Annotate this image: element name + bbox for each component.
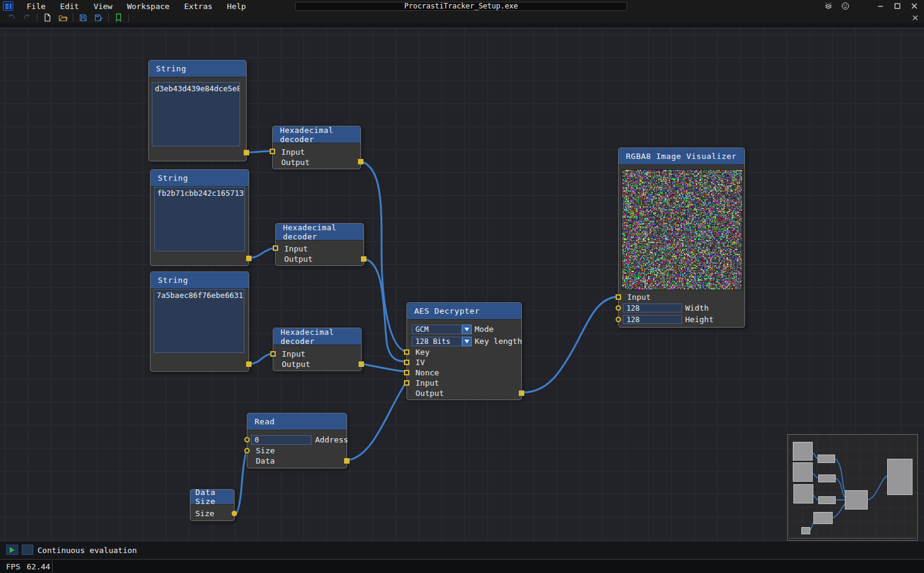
node-title[interactable]: Hexadecimal decoder xyxy=(273,328,361,345)
node-title[interactable]: String xyxy=(151,272,249,289)
save-icon[interactable] xyxy=(75,12,91,23)
menu-view[interactable]: View xyxy=(86,2,120,11)
height-label: Height xyxy=(685,315,714,324)
minimap-node xyxy=(793,442,813,461)
feedback-smiley-icon[interactable] xyxy=(837,0,854,12)
address-field[interactable]: 0 xyxy=(251,435,311,445)
menu-workspace[interactable]: Workspace xyxy=(120,2,177,11)
menubar: File Edit View Workspace Extras Help xyxy=(19,0,253,12)
port-label-output: Output xyxy=(284,254,313,264)
continuous-evaluation-checkbox[interactable] xyxy=(22,545,33,555)
node-title[interactable]: Hexadecimal decoder xyxy=(276,224,363,241)
data-output-port[interactable] xyxy=(344,458,350,464)
mode-dropdown-icon[interactable] xyxy=(462,325,472,334)
panel-close-icon[interactable] xyxy=(908,12,922,23)
node-title[interactable]: String xyxy=(151,170,249,187)
open-folder-icon[interactable] xyxy=(55,12,71,23)
key-input-port[interactable] xyxy=(404,349,409,355)
node-aes-decrypter[interactable]: AES Decrypter GCM Mode 128 Bits Key leng… xyxy=(406,302,522,400)
size-output-port[interactable] xyxy=(232,511,237,516)
document-title-field[interactable]: ProcrastiTracker_Setup.exe xyxy=(295,2,627,11)
key-length-select-value[interactable]: 128 Bits xyxy=(412,337,462,346)
mode-select-value[interactable]: GCM xyxy=(412,325,462,334)
input-port[interactable] xyxy=(270,351,276,357)
node-read[interactable]: Read 0 Address Size Data xyxy=(247,413,347,468)
width-field[interactable]: 128 xyxy=(623,303,682,312)
node-graph-canvas[interactable] xyxy=(0,28,924,542)
node-string-2[interactable]: String fb2b71cbb242c165713ba xyxy=(150,169,249,266)
node-string-1[interactable]: String d3eb43d439e84dce5e85a xyxy=(148,60,247,161)
key-length-dropdown-icon[interactable] xyxy=(462,337,472,346)
input-port[interactable] xyxy=(270,149,275,154)
statusbar-separator xyxy=(52,560,53,573)
node-hexdecoder-1[interactable]: Hexadecimal decoder Input Output xyxy=(272,126,361,169)
input-port[interactable] xyxy=(273,245,278,251)
redo-icon[interactable] xyxy=(19,12,35,23)
toolbar-separator xyxy=(37,13,37,22)
node-string-3[interactable]: String 7a5baec86f76ebe66315b xyxy=(150,271,249,372)
node-rgba8-visualizer[interactable]: RGBA8 Image Visualizer Input 128 Width 1… xyxy=(618,147,745,328)
nonce-input-port[interactable] xyxy=(404,370,409,375)
output-port[interactable] xyxy=(361,256,366,262)
string-value-field[interactable]: fb2b71cbb242c165713ba xyxy=(154,187,245,251)
undo-icon[interactable] xyxy=(4,12,19,23)
menu-file[interactable]: File xyxy=(19,2,53,11)
height-input-port[interactable] xyxy=(616,317,621,322)
port-label-size: Size xyxy=(195,509,214,518)
address-input-port[interactable] xyxy=(244,437,250,442)
iv-input-port[interactable] xyxy=(404,360,409,365)
bug-report-icon[interactable] xyxy=(820,0,837,12)
minimap-node xyxy=(793,484,813,503)
node-hexdecoder-3[interactable]: Hexadecimal decoder Input Output xyxy=(273,328,362,371)
string-value-field[interactable]: d3eb43d439e84dce5e85a xyxy=(152,82,240,146)
node-title[interactable]: Hexadecimal decoder xyxy=(273,126,360,143)
close-button[interactable] xyxy=(906,0,923,12)
app-logo-icon xyxy=(3,1,13,11)
port-label-input: Input xyxy=(415,378,439,387)
output-port[interactable] xyxy=(519,390,524,396)
node-title[interactable]: AES Decrypter xyxy=(407,303,521,320)
port-label-nonce: Nonce xyxy=(415,368,439,377)
bookmark-icon[interactable] xyxy=(111,12,126,23)
minimap-node xyxy=(801,527,810,534)
data-input-port[interactable] xyxy=(404,380,409,386)
node-hexdecoder-2[interactable]: Hexadecimal decoder Input Output xyxy=(275,223,364,266)
port-label-iv: IV xyxy=(415,358,425,367)
minimap-node xyxy=(793,462,813,482)
menu-help[interactable]: Help xyxy=(220,2,253,11)
new-file-icon[interactable] xyxy=(39,12,55,23)
node-title[interactable]: Data Size xyxy=(190,490,234,505)
string-value-field[interactable]: 7a5baec86f76ebe66315b xyxy=(154,289,244,353)
port-label-input: Input xyxy=(281,147,305,157)
node-data-size[interactable]: Data Size Size xyxy=(190,489,235,521)
port-label-input: Input xyxy=(284,244,308,253)
output-port[interactable] xyxy=(246,256,252,261)
toolbar xyxy=(0,12,924,23)
toolbar-separator xyxy=(73,13,73,22)
minimap-node xyxy=(818,455,835,463)
minimap[interactable] xyxy=(787,434,918,541)
key-length-label: Key length xyxy=(475,337,522,346)
node-title[interactable]: Read xyxy=(247,413,346,430)
port-label-input: Input xyxy=(627,293,651,302)
width-input-port[interactable] xyxy=(616,305,621,311)
minimize-button[interactable] xyxy=(872,0,889,12)
height-field[interactable]: 128 xyxy=(623,315,682,324)
fps-value: 62.44 xyxy=(27,562,50,571)
output-port[interactable] xyxy=(244,150,249,155)
image-input-port[interactable] xyxy=(616,294,621,300)
statusbar: FPS 62.44 xyxy=(0,559,924,573)
node-title[interactable]: String xyxy=(149,60,246,77)
run-evaluation-button[interactable] xyxy=(6,545,18,555)
output-port[interactable] xyxy=(358,159,363,164)
play-icon xyxy=(10,547,15,553)
node-title[interactable]: RGBA8 Image Visualizer xyxy=(619,148,744,165)
output-port[interactable] xyxy=(246,361,252,367)
address-label: Address xyxy=(315,435,348,444)
menu-extras[interactable]: Extras xyxy=(177,2,220,11)
menu-edit[interactable]: Edit xyxy=(53,2,86,11)
size-input-port[interactable] xyxy=(244,448,250,453)
maximize-button[interactable] xyxy=(889,0,906,12)
output-port[interactable] xyxy=(359,361,364,367)
save-as-icon[interactable] xyxy=(91,12,106,23)
